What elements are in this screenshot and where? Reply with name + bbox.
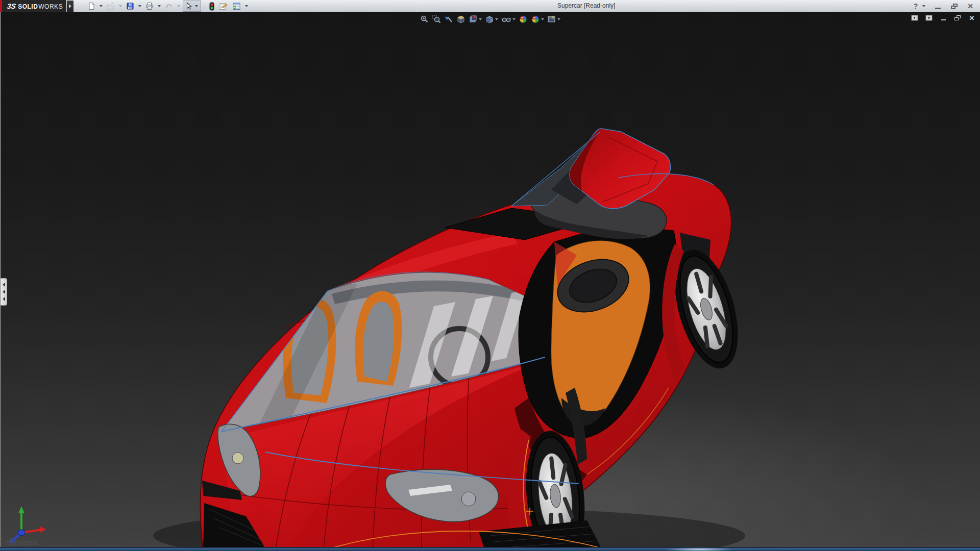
close-document-button[interactable]: ✕ xyxy=(968,14,976,21)
select-tool-button[interactable] xyxy=(183,1,201,12)
help-dropdown-caret[interactable] xyxy=(922,5,925,7)
graphics-viewport[interactable]: ✕ *Dimetric xyxy=(0,12,980,551)
pane-left-icon xyxy=(911,15,918,21)
solidworks-logo: 3SSOLIDWORKS xyxy=(0,0,66,12)
print-dropdown-caret[interactable] xyxy=(158,5,161,7)
left-headlight-lens xyxy=(232,453,243,464)
magnifier-icon xyxy=(420,15,429,24)
undo-button[interactable] xyxy=(163,1,175,12)
glasses-icon xyxy=(501,15,511,24)
zoom-to-fit-button[interactable] xyxy=(419,14,429,24)
collapse-arrow-icon xyxy=(3,297,5,301)
magnifier-area-icon xyxy=(432,15,441,24)
minimize-icon xyxy=(935,8,941,9)
save-button[interactable] xyxy=(125,1,136,12)
view-settings-button[interactable] xyxy=(547,14,561,24)
restore-document-icon xyxy=(954,15,961,20)
taskbar-glow xyxy=(664,547,735,551)
close-button[interactable]: ✕ xyxy=(965,2,976,11)
scene-picture-icon xyxy=(547,15,556,24)
shaded-cube-icon xyxy=(485,15,494,24)
restore-button[interactable] xyxy=(948,2,960,11)
collapse-arrow-icon xyxy=(3,290,5,294)
restore-document-button[interactable] xyxy=(953,14,962,21)
solidworks-window: 3SSOLIDWORKS xyxy=(0,0,980,551)
new-document-button[interactable] xyxy=(86,1,97,12)
previous-view-button[interactable] xyxy=(444,14,454,24)
close-document-icon: ✕ xyxy=(969,15,975,21)
cursor-arrow-icon xyxy=(184,2,192,10)
select-dropdown-caret[interactable] xyxy=(195,5,198,7)
section-cube-icon xyxy=(456,15,465,24)
brand-solid: SOLID xyxy=(18,3,38,10)
triad-y-axis xyxy=(18,506,24,533)
options-button[interactable] xyxy=(231,1,242,12)
brand-text: 3SSOLIDWORKS xyxy=(7,2,63,10)
window-controls: ? ✕ xyxy=(910,0,976,12)
open-dropdown-caret[interactable] xyxy=(119,5,122,7)
printer-icon xyxy=(145,2,154,10)
undo-dropdown-caret[interactable] xyxy=(177,5,180,7)
previous-view-icon xyxy=(444,15,453,24)
brand-3s-glyph: 3S xyxy=(7,2,16,10)
minimize-document-button[interactable] xyxy=(939,14,947,21)
view-orientation-button[interactable] xyxy=(468,14,482,24)
view-cube-red-icon xyxy=(469,15,478,24)
file-properties-button[interactable] xyxy=(217,1,230,12)
collapse-arrow-icon xyxy=(3,283,5,287)
show-left-pane-button[interactable] xyxy=(911,14,919,21)
open-folder-icon xyxy=(107,2,115,10)
print-button[interactable] xyxy=(144,1,155,12)
hide-show-items-button[interactable] xyxy=(501,14,516,24)
color-sphere-icon xyxy=(531,15,540,24)
view-settings-caret[interactable] xyxy=(557,18,560,20)
document-title: Supercar [Read-only] xyxy=(557,2,615,9)
logo-red-strip xyxy=(0,0,2,12)
display-style-button[interactable] xyxy=(484,14,499,24)
display-style-caret[interactable] xyxy=(495,18,498,20)
document-window-controls: ✕ xyxy=(911,14,976,21)
view-orientation-caret[interactable] xyxy=(479,18,482,20)
feature-manager-collapse-tab[interactable] xyxy=(1,278,7,306)
show-right-pane-button[interactable] xyxy=(925,14,933,21)
zoom-to-area-button[interactable] xyxy=(431,14,442,24)
view-orientation-label: *Dimetric xyxy=(6,539,39,547)
taskbar-edge-strip xyxy=(0,547,980,551)
checklist-icon xyxy=(232,2,241,10)
note-pencil-icon xyxy=(219,2,228,10)
new-dropdown-caret[interactable] xyxy=(100,5,103,7)
save-dropdown-caret[interactable] xyxy=(138,5,141,7)
help-menu-button[interactable]: ? xyxy=(910,2,921,11)
minimize-document-icon xyxy=(941,19,946,20)
right-headlight-lens xyxy=(461,492,476,506)
pane-right-icon xyxy=(925,15,933,21)
options-dropdown-caret[interactable] xyxy=(245,5,248,7)
rebuild-button[interactable] xyxy=(207,1,216,12)
hide-show-items-caret[interactable] xyxy=(512,18,516,20)
heads-up-view-toolbar xyxy=(416,13,564,26)
apply-scene-button[interactable] xyxy=(530,14,545,24)
open-document-button[interactable] xyxy=(105,1,116,12)
supercar-model[interactable] xyxy=(0,12,980,551)
floppy-disk-icon xyxy=(126,2,134,10)
help-icon: ? xyxy=(914,2,918,10)
brand-works: WORKS xyxy=(38,3,63,10)
minimize-button[interactable] xyxy=(932,2,943,11)
close-icon: ✕ xyxy=(967,3,973,10)
edit-appearance-button[interactable] xyxy=(518,14,528,24)
undo-arrow-icon xyxy=(165,2,173,10)
standard-toolbar xyxy=(86,0,250,12)
menu-flyout-arrow[interactable] xyxy=(67,1,74,12)
color-sphere-icon xyxy=(519,15,528,24)
new-document-icon xyxy=(87,2,95,10)
flyout-arrow-icon xyxy=(69,4,71,8)
traffic-light-icon xyxy=(209,2,215,11)
title-bar: 3SSOLIDWORKS xyxy=(0,0,980,12)
restore-icon xyxy=(951,4,958,9)
apply-scene-caret[interactable] xyxy=(541,18,544,20)
section-view-button[interactable] xyxy=(456,14,466,24)
